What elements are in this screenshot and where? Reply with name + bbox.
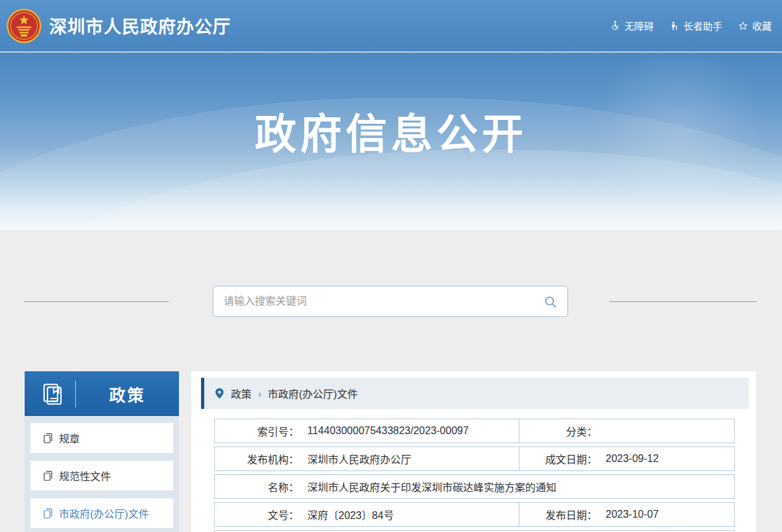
search-decor-line-left [24, 301, 169, 302]
sidebar-list: 规章 规范性文件 市政府(办公厅)文件 [25, 416, 179, 532]
sidebar-item-municipal-government-documents[interactable]: 市政府(办公厅)文件 [30, 498, 173, 528]
field-date-written: 成文日期： 2023-09-12 [519, 447, 734, 470]
sidebar-item-normative-documents[interactable]: 规范性文件 [30, 461, 173, 491]
field-document-title: 名称： 深圳市人民政府关于印发深圳市碳达峰实施方案的通知 [215, 475, 734, 498]
site-title: 深圳市人民政府办公厅 [49, 13, 231, 38]
field-label: 文号： [215, 507, 299, 522]
field-value: 深圳市人民政府办公厅 [299, 451, 411, 467]
breadcrumb-item-current: 市政府(办公厅)文件 [268, 386, 358, 401]
field-label: 索引号： [215, 423, 299, 439]
field-label: 成文日期： [519, 451, 597, 467]
elder-helper-link-label: 长者助手 [683, 19, 722, 32]
sidebar-item-label: 规范性文件 [59, 468, 111, 483]
field-label: 发布机构： [215, 451, 299, 467]
table-row: 发布机构： 深圳市人民政府办公厅 成文日期： 2023-09-12 [214, 446, 735, 471]
field-value: 深圳市人民政府关于印发深圳市碳达峰实施方案的通知 [299, 479, 556, 494]
star-icon [738, 21, 748, 31]
field-index-number: 索引号： 114403000075433823/2023-00097 [215, 419, 519, 443]
table-row: 名称： 深圳市人民政府关于印发深圳市碳达峰实施方案的通知 [214, 474, 735, 499]
field-value: 2023-10-07 [597, 509, 659, 520]
field-category: 分类： [519, 419, 734, 443]
field-issuing-agency: 发布机构： 深圳市人民政府办公厅 [215, 447, 519, 470]
favorite-link[interactable]: 收藏 [738, 19, 772, 32]
search-box [213, 286, 568, 317]
field-label: 发布日期： [519, 507, 597, 522]
document-icon [43, 508, 53, 519]
elder-helper-link[interactable]: 长者助手 [669, 19, 722, 32]
sidebar-item-label: 规章 [59, 430, 80, 446]
table-row: 文号： 深府〔2023〕84号 发布日期： 2023-10-07 [214, 502, 735, 527]
field-value: 114403000075433823/2023-00097 [299, 425, 469, 437]
search-icon[interactable] [543, 294, 558, 310]
field-publish-date: 发布日期： 2023-10-07 [519, 503, 734, 526]
sidebar-item-regulations[interactable]: 规章 [30, 423, 173, 453]
breadcrumb-separator: › [258, 388, 261, 399]
sidebar: 政策 规章 规范性文件 [25, 371, 179, 532]
accessibility-link[interactable]: 无障碍 [610, 19, 654, 32]
field-label: 名称： [215, 479, 299, 494]
accessibility-icon [610, 20, 621, 31]
page-title: 政府信息公开 [0, 100, 782, 160]
accessibility-link-label: 无障碍 [624, 19, 654, 32]
document-meta-table: 索引号： 114403000075433823/2023-00097 分类： 发… [214, 419, 735, 532]
breadcrumb-item-policy[interactable]: 政策 [231, 386, 252, 401]
top-bar: 深圳市人民政府办公厅 无障碍 长者助手 收藏 [0, 0, 782, 52]
elder-icon [669, 21, 680, 31]
sidebar-header-label: 政策 [76, 382, 179, 406]
table-row: 索引号： 114403000075433823/2023-00097 分类： [214, 419, 735, 443]
document-icon [43, 470, 53, 481]
location-pin-icon [215, 387, 224, 399]
favorite-link-label: 收藏 [752, 19, 772, 32]
main-area: 政策 规章 规范性文件 [0, 230, 782, 532]
search-decor-line-right [610, 301, 757, 302]
breadcrumb: 政策 › 市政府(办公厅)文件 [201, 378, 749, 409]
document-icon [43, 433, 53, 444]
page-banner: 政府信息公开 [0, 52, 782, 230]
national-emblem-icon [6, 8, 41, 43]
top-links: 无障碍 长者助手 收藏 [610, 19, 772, 32]
content-panel: 政策 › 市政府(办公厅)文件 索引号： 114403000075433823/… [191, 371, 756, 532]
sidebar-header: 政策 [25, 371, 179, 416]
field-document-number: 文号： 深府〔2023〕84号 [215, 503, 519, 526]
search-input[interactable] [213, 286, 567, 316]
policy-book-icon [40, 382, 65, 406]
field-value: 2023-09-12 [597, 453, 659, 465]
field-label: 分类： [519, 423, 597, 439]
sidebar-item-label: 市政府(办公厅)文件 [59, 505, 149, 521]
field-value: 深府〔2023〕84号 [299, 507, 394, 522]
